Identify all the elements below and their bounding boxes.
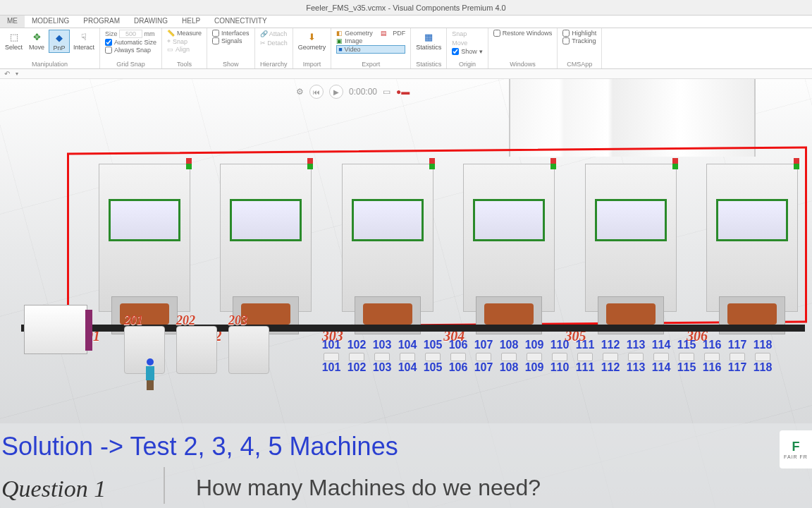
dropdown-icon[interactable]: ▾: [16, 71, 18, 77]
machine-304[interactable]: 304: [456, 157, 562, 340]
pallet-carrier[interactable]: [24, 305, 87, 354]
group-export: ◧Geometry ▤ PDF ▣Image ■Video Export: [331, 28, 411, 68]
move-icon: ✥: [30, 30, 43, 43]
export-image[interactable]: ▣Image: [336, 37, 405, 44]
station-200-row: 201 202 203: [120, 318, 273, 374]
group-statistics: ▦ Statistics Statistics: [411, 28, 447, 68]
snap-tool[interactable]: ⌖Snap: [167, 37, 202, 45]
interact-button[interactable]: ☟ Interact: [71, 30, 97, 52]
undo-icon[interactable]: ↶: [4, 70, 10, 78]
pallet-label: 108: [496, 361, 522, 374]
group-origin: Snap Move Show ▾ Origin: [447, 28, 488, 68]
move-button[interactable]: ✥ Move: [26, 30, 47, 52]
tab-help[interactable]: HELP: [175, 16, 207, 28]
pallet-label: 117: [725, 361, 750, 374]
station-203[interactable]: 203: [224, 318, 273, 374]
pnp-button[interactable]: ◆ PnP: [49, 30, 70, 53]
attach-icon: 🔗: [260, 30, 268, 37]
pallet-label: 104: [395, 361, 420, 374]
pallet-label: 106: [445, 361, 471, 374]
statistics-button[interactable]: ▦ Statistics: [414, 30, 443, 52]
ribbon-tabs: ME MODELING PROGRAM DRAWING HELP CONNECT…: [0, 16, 812, 28]
origin-snap[interactable]: Snap: [452, 30, 483, 38]
import-icon: ⬇: [305, 30, 318, 43]
origin-move[interactable]: Move: [452, 39, 483, 47]
machine-301[interactable]: 301: [92, 157, 197, 340]
detach-icon: ✂: [260, 40, 266, 47]
pallet-label: 103: [369, 339, 395, 351]
pallet-label: 117: [725, 339, 750, 351]
signals-check[interactable]: Signals: [212, 37, 250, 44]
pallet-label: 110: [547, 339, 572, 351]
measure-tool[interactable]: 📏Measure: [167, 30, 202, 37]
pallet-label: 106: [445, 339, 471, 351]
ribbon: ⬚ Select ✥ Move ◆ PnP ☟ Interact Manipul…: [0, 28, 812, 69]
measure-icon: 📏: [167, 30, 175, 37]
pallet-label: 105: [420, 339, 445, 351]
pallet-label: 104: [395, 339, 420, 351]
sim-play-button[interactable]: ▶: [329, 85, 343, 99]
solution-text: Solution -> Test 2, 3, 4, 5 Machines: [1, 432, 398, 461]
window-title: Feeler_FMS_v35.vcmx - Visual Components …: [306, 4, 505, 12]
tab-me[interactable]: ME: [0, 16, 25, 28]
always-snap-check[interactable]: Always Snap: [105, 47, 156, 54]
pallet-label: 107: [471, 361, 496, 374]
pallet-label: 116: [699, 361, 725, 374]
question-text: How many Machines do we need?: [196, 475, 541, 501]
tab-drawing[interactable]: DRAWING: [127, 16, 175, 28]
machine-302[interactable]: 302: [213, 157, 319, 340]
pallet-label: 109: [522, 339, 547, 351]
origin-show[interactable]: Show ▾: [452, 48, 483, 55]
sim-reset-button[interactable]: ⏮: [309, 85, 324, 99]
pnp-icon: ◆: [53, 31, 66, 44]
operator-avatar[interactable]: [145, 358, 155, 389]
pallet-label: 102: [344, 339, 369, 351]
machine-303[interactable]: 303: [335, 157, 441, 340]
machine-305[interactable]: 305: [578, 157, 684, 340]
viewport-3d[interactable]: ⚙ ⏮ ▶ 0:00:00 ▭ ●▬ 301 302 303 304 305 3…: [0, 79, 812, 508]
sim-record-icon[interactable]: ●▬: [396, 87, 410, 97]
pallet-label: 101: [319, 339, 344, 351]
settings-icon[interactable]: ⚙: [296, 87, 304, 97]
group-gridsnap: Size 500 mm Automatic Size Always Snap G…: [100, 28, 162, 68]
detach-button[interactable]: ✂ Detach: [260, 39, 288, 47]
pallet-label: 114: [648, 361, 674, 374]
interfaces-check[interactable]: Interfaces: [212, 30, 250, 37]
pallet-label: 115: [674, 361, 699, 374]
sim-speed-icon[interactable]: ▭: [383, 87, 390, 97]
back-wall: [509, 79, 756, 157]
station-202[interactable]: 202: [172, 318, 221, 374]
select-button[interactable]: ⬚ Select: [3, 30, 25, 52]
annotation-overlay: Solution -> Test 2, 3, 4, 5 Machines Que…: [0, 423, 812, 508]
restore-windows-check[interactable]: Restore Windows: [493, 30, 553, 37]
machine-306[interactable]: 306: [699, 157, 805, 340]
tab-program[interactable]: PROGRAM: [76, 16, 127, 28]
pallet-label: 113: [623, 361, 648, 374]
station-201[interactable]: 201: [120, 318, 169, 374]
auto-size-check[interactable]: Automatic Size: [105, 39, 156, 46]
pallet-label: 110: [547, 361, 572, 374]
pallet-label: 111: [572, 361, 598, 374]
pallet-label: 102: [344, 361, 369, 374]
pallet-label: 112: [598, 339, 623, 351]
pallet-labels-bottom: 1011021031041051061071081091101111121131…: [319, 361, 775, 374]
group-label: Manipulation: [3, 60, 97, 68]
attach-button[interactable]: 🔗 Attach: [260, 30, 288, 38]
tab-modeling[interactable]: MODELING: [25, 16, 76, 28]
align-tool[interactable]: ▭Align: [167, 46, 202, 53]
select-icon: ⬚: [8, 30, 20, 43]
pdf-icon: ▤: [381, 30, 387, 37]
export-video[interactable]: ■Video: [336, 45, 405, 54]
import-geometry-button[interactable]: ⬇ Geometry: [296, 30, 328, 52]
brand-logo: F FAIR FR: [780, 430, 812, 468]
group-tools: 📏Measure ⌖Snap ▭Align Tools: [162, 28, 207, 68]
geometry-icon: ◧: [336, 30, 343, 37]
pallet-label: 108: [496, 339, 522, 351]
tab-connectivity[interactable]: CONNECTIVITY: [207, 16, 273, 28]
highlight-check[interactable]: Highlight: [562, 30, 596, 37]
pallet-label: 101: [319, 361, 344, 374]
pallet-label: 109: [522, 361, 547, 374]
pallet-label: 105: [420, 361, 445, 374]
tracking-check[interactable]: Tracking: [562, 37, 596, 44]
export-geometry[interactable]: ◧Geometry ▤ PDF: [336, 30, 405, 37]
